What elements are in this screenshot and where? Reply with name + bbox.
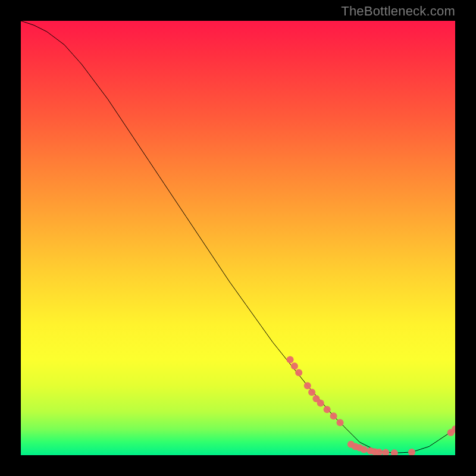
curve-dot bbox=[308, 389, 315, 396]
curve-dot bbox=[295, 369, 302, 376]
curve-dot bbox=[317, 399, 324, 406]
curve-dot bbox=[324, 406, 331, 413]
curve-dot bbox=[330, 412, 337, 419]
curve-dot bbox=[382, 449, 389, 455]
curve-dot bbox=[291, 362, 298, 369]
curve-path bbox=[21, 21, 455, 453]
plot-area bbox=[21, 21, 455, 455]
curve-dots-group bbox=[287, 356, 455, 455]
watermark-text: TheBottleneck.com bbox=[341, 4, 455, 19]
curve-dot bbox=[391, 449, 398, 455]
chart-root: TheBottleneck.com bbox=[0, 0, 476, 476]
curve-dot bbox=[287, 356, 294, 363]
curve-dot bbox=[361, 446, 368, 453]
curve-dot bbox=[337, 419, 344, 426]
chart-svg bbox=[21, 21, 455, 455]
curve-dot bbox=[408, 449, 415, 455]
curve-dot bbox=[304, 382, 311, 389]
